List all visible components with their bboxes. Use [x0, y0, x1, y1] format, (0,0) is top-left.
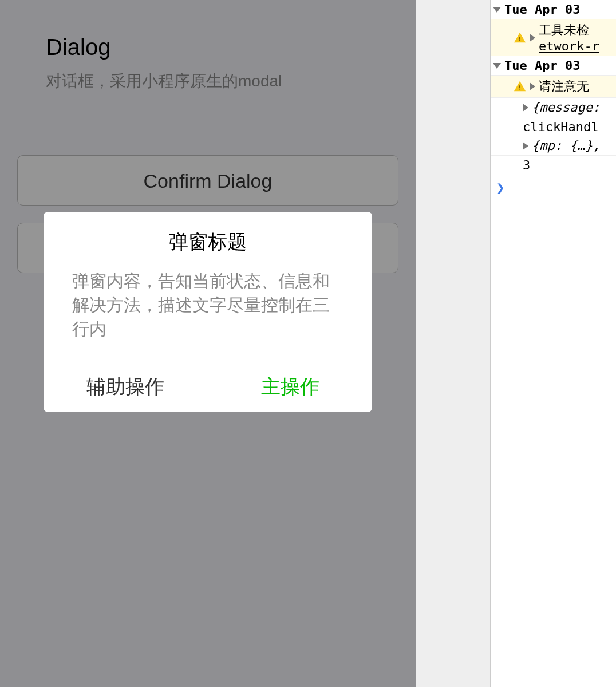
- console-group-header[interactable]: Tue Apr 03: [491, 56, 616, 76]
- modal-actions: 辅助操作 主操作: [44, 361, 372, 412]
- console-log-row[interactable]: 3: [491, 156, 616, 175]
- phone-preview: Dialog 对话框，采用小程序原生的modal Confirm Dialog …: [0, 0, 416, 687]
- chevron-right-icon: [530, 34, 535, 42]
- separator-gap: [416, 0, 490, 687]
- warning-icon: [514, 31, 526, 44]
- console-warning-link[interactable]: etwork-r: [539, 39, 599, 53]
- chevron-right-icon: [523, 142, 528, 150]
- console-log-row[interactable]: clickHandl: [491, 117, 616, 136]
- modal-primary-button[interactable]: 主操作: [208, 361, 373, 412]
- chevron-right-icon: [523, 104, 528, 112]
- chevron-down-icon: [493, 63, 501, 69]
- chevron-down-icon: [493, 7, 501, 13]
- warning-icon: [514, 80, 526, 93]
- console-value: 3: [523, 158, 530, 172]
- console-object: {mp: {…},: [532, 139, 600, 153]
- chevron-right-icon: [530, 82, 535, 90]
- console-prompt[interactable]: ❯: [491, 175, 616, 200]
- modal-body: 弹窗标题 弹窗内容，告知当前状态、信息和解决方法，描述文字尽量控制在三行内: [44, 212, 372, 361]
- console-warning-row[interactable]: 请注意无: [491, 76, 616, 98]
- console-log-row[interactable]: {mp: {…},: [491, 136, 616, 156]
- console-timestamp: Tue Apr 03: [504, 2, 580, 17]
- console-group-header[interactable]: Tue Apr 03: [491, 0, 616, 19]
- modal-content: 弹窗内容，告知当前状态、信息和解决方法，描述文字尽量控制在三行内: [72, 269, 343, 341]
- console-warning-text: 工具未检: [539, 23, 589, 37]
- modal-secondary-button[interactable]: 辅助操作: [44, 361, 208, 412]
- console-object: {message:: [532, 100, 600, 114]
- modal-dialog: 弹窗标题 弹窗内容，告知当前状态、信息和解决方法，描述文字尽量控制在三行内 辅助…: [44, 212, 372, 412]
- console-warning-text: 请注意无: [539, 78, 589, 95]
- console-log-row[interactable]: {message:: [491, 98, 616, 117]
- devtools-console[interactable]: Tue Apr 03 工具未检 etwork-r Tue Apr 03 请注意无…: [490, 0, 616, 687]
- console-text: clickHandl: [523, 120, 598, 134]
- prompt-icon: ❯: [496, 180, 504, 196]
- console-warning-row[interactable]: 工具未检 etwork-r: [491, 19, 616, 56]
- console-timestamp: Tue Apr 03: [504, 58, 580, 73]
- modal-title: 弹窗标题: [72, 229, 343, 255]
